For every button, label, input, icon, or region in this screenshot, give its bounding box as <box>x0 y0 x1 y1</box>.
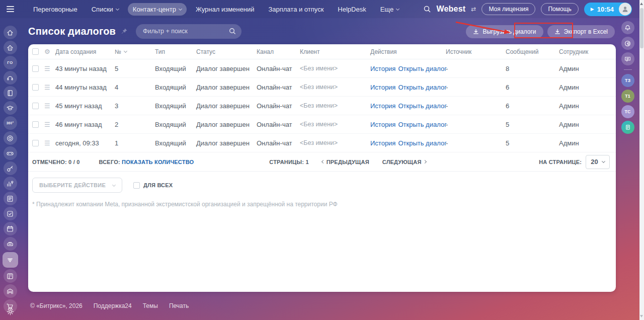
scroll-down-icon[interactable] <box>640 315 643 317</box>
sidebar-item-knowledge-base[interactable] <box>4 86 17 100</box>
col-messages[interactable]: Сообщений <box>506 48 559 55</box>
menu-item-lists[interactable]: Списки <box>87 3 124 16</box>
sidebar-item-go[interactable]: ГО <box>4 56 17 69</box>
menu-item-more[interactable]: Еще <box>375 3 404 16</box>
scroll-up-icon[interactable] <box>640 3 643 5</box>
work-timer-button[interactable]: ▶ 10:54 <box>584 3 632 16</box>
prev-page-button[interactable]: ПРЕДЫДУЩАЯ <box>322 159 369 165</box>
open-dialog-link[interactable]: Открыть диалог <box>398 65 446 72</box>
sidebar-item-projects[interactable] <box>4 269 17 283</box>
select-all-checkbox[interactable] <box>32 48 39 55</box>
upload-dialogs-button[interactable]: Выгрузить диалоги <box>466 25 543 38</box>
next-page-button[interactable]: СЛЕДУЮЩАЯ <box>382 159 426 165</box>
scrollbar-thumb[interactable] <box>640 8 643 48</box>
menu-item-helpdesk[interactable]: HelpDesk <box>333 3 371 16</box>
col-source[interactable]: Источник <box>446 48 506 55</box>
sidebar-item-passwords[interactable] <box>4 162 17 175</box>
row-menu-icon[interactable]: ☰ <box>44 84 55 91</box>
chat-sync-button[interactable] <box>621 52 634 65</box>
row-menu-icon[interactable]: ☰ <box>44 121 55 128</box>
sidebar-item-news[interactable] <box>4 192 17 205</box>
chat-avatar-tc[interactable]: ТС <box>621 105 634 118</box>
portal-name[interactable]: Webest <box>437 5 466 14</box>
sidebar-item-storage[interactable] <box>4 284 17 298</box>
notifications-button[interactable] <box>621 21 634 34</box>
row-checkbox[interactable] <box>32 103 39 109</box>
col-client[interactable]: Клиент <box>300 48 370 55</box>
sidebar-item-target[interactable] <box>4 131 17 145</box>
sidebar-item-live-feed[interactable] <box>4 41 17 54</box>
row-checkbox[interactable] <box>32 140 39 146</box>
sidebar-item-education[interactable] <box>4 101 17 115</box>
user-avatar[interactable] <box>619 3 631 16</box>
menu-item-contact-center[interactable]: Контакт-центр <box>128 3 187 16</box>
export-excel-button[interactable]: Экспорт в Excel <box>547 25 615 38</box>
grid-settings-icon[interactable]: ⚙ <box>44 48 55 55</box>
chevron-down-icon <box>112 183 116 186</box>
dialog-row[interactable]: ☰ 45 минут назад 3 Входящий Диалог завер… <box>28 97 616 115</box>
history-link[interactable]: История <box>370 65 395 72</box>
menu-item-salary-vacation[interactable]: Зарплата и отпуск <box>263 3 329 16</box>
footer-link-themes[interactable]: Темы <box>143 302 158 309</box>
sidebar-item-calendar[interactable] <box>4 222 17 235</box>
row-checkbox[interactable] <box>32 84 39 91</box>
row-menu-icon[interactable]: ☰ <box>44 103 55 109</box>
copilot-button[interactable] <box>621 37 634 50</box>
chat-avatar-t3[interactable]: ТЗ <box>621 74 634 87</box>
row-menu-icon[interactable]: ☰ <box>44 140 55 146</box>
col-channel[interactable]: Канал <box>257 48 300 55</box>
dialog-row[interactable]: ☰ сегодня, 09:33 1 Входящий Диалог завер… <box>28 134 616 152</box>
col-type[interactable]: Тип <box>155 48 196 55</box>
sidebar-item-tasks[interactable] <box>4 207 17 220</box>
open-dialog-link[interactable]: Открыть диалог <box>398 139 446 147</box>
open-dialog-link[interactable]: Открыть диалог <box>398 84 446 91</box>
open-dialog-link[interactable]: Открыть диалог <box>398 102 446 110</box>
chevron-down-icon <box>116 7 119 10</box>
market-widget-button[interactable] <box>621 121 634 134</box>
support-chat-icon <box>6 74 14 82</box>
open-dialog-link[interactable]: Открыть диалог <box>398 121 446 128</box>
footer-link-support[interactable]: Поддержка24 <box>94 302 132 309</box>
row-menu-icon[interactable]: ☰ <box>44 65 55 72</box>
col-actions[interactable]: Действия <box>370 48 446 55</box>
history-link[interactable]: История <box>370 84 395 91</box>
main-menu-icon[interactable] <box>0 6 20 12</box>
dialog-row[interactable]: ☰ 46 минут назад 2 Входящий Диалог завер… <box>28 115 616 134</box>
history-link[interactable]: История <box>370 102 395 110</box>
show-count-link[interactable]: ПОКАЗАТЬ КОЛИЧЕСТВО <box>122 159 194 165</box>
page-scrollbar[interactable] <box>639 0 644 320</box>
dialog-row[interactable]: ☰ 43 минуты назад 5 Входящий Диалог заве… <box>28 59 616 78</box>
row-checkbox[interactable] <box>32 121 39 128</box>
page-navigation: СТРАНИЦЫ: 1 ПРЕДЫДУЩАЯ СЛЕДУЮЩАЯ <box>269 159 426 165</box>
footer-link-print[interactable]: Печать <box>169 302 189 309</box>
sidebar-item-analytics[interactable] <box>4 177 17 190</box>
search-icon[interactable] <box>228 27 236 35</box>
dialog-row[interactable]: ☰ 44 минуты назад 4 Входящий Диалог заве… <box>28 78 616 97</box>
row-checkbox[interactable] <box>32 65 39 72</box>
history-link[interactable]: История <box>370 139 395 147</box>
menu-item-changelog[interactable]: Журнал изменений <box>191 3 260 16</box>
filter-search-input[interactable] <box>136 28 242 35</box>
sidebar-item-support[interactable] <box>4 71 17 85</box>
sidebar-item-home[interactable] <box>4 26 17 39</box>
chat-avatar-t1[interactable]: Т1 <box>621 90 634 103</box>
sidebar-item-gamification[interactable] <box>4 146 17 160</box>
col-employee[interactable]: Сотрудник <box>559 48 616 55</box>
col-number[interactable]: № <box>115 48 155 55</box>
sidebar-settings[interactable] <box>0 307 20 316</box>
help-button[interactable]: Помощь <box>541 3 578 15</box>
my-license-button[interactable]: Моя лицензия <box>481 3 535 15</box>
col-date[interactable]: Дата создания <box>55 48 115 55</box>
sidebar-item-printer[interactable] <box>4 237 17 251</box>
per-page-select[interactable]: 20 <box>586 155 610 169</box>
swap-icon[interactable]: ⇄ <box>471 6 476 13</box>
pin-icon[interactable] <box>121 28 128 35</box>
search-icon[interactable] <box>423 5 431 13</box>
for-all-checkbox[interactable] <box>133 182 140 189</box>
history-link[interactable]: История <box>370 121 395 128</box>
sidebar-item-360[interactable]: 360° <box>4 116 17 130</box>
sidebar-item-dialog-filter[interactable] <box>3 252 18 268</box>
select-action-dropdown[interactable]: ВЫБЕРИТЕ ДЕЙСТВИЕ <box>32 178 122 193</box>
col-status[interactable]: Статус <box>196 48 257 55</box>
menu-item-meeting-rooms[interactable]: Переговорные <box>28 3 83 16</box>
